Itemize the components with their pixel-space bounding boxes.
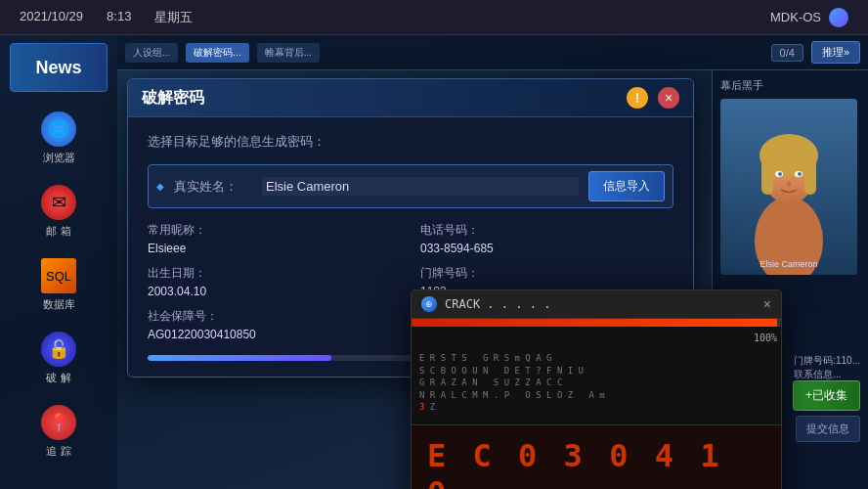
sidebar-label-database: 数据库 xyxy=(43,297,75,312)
top-bar: 2021/10/29 8:13 星期五 MDK-OS xyxy=(0,0,868,35)
crack-icon: 🔓 xyxy=(41,332,76,367)
crack-title-text: CRACK . . . . . xyxy=(445,297,756,311)
door-label: 门牌号码： xyxy=(420,265,673,282)
crack-text-line-2: G R A Z A N S U Z Z A C C xyxy=(419,377,773,389)
window-subtitle: 选择目标足够的信息生成密码： xyxy=(148,133,673,151)
svg-point-8 xyxy=(778,172,782,176)
sidebar-label-mail: 邮 箱 xyxy=(46,224,70,239)
date-section: 2021/10/29 8:13 星期五 xyxy=(20,9,193,26)
track-icon: 📍 xyxy=(41,405,76,440)
crack-text-line-3: N R A L C M M . P O S L O Z A m xyxy=(419,389,773,402)
field-phone: 电话号码： 033-8594-685 xyxy=(420,222,673,255)
svg-point-9 xyxy=(798,172,802,176)
crack-terminal-progress-bar xyxy=(412,319,781,327)
character-portrait: Elsie Cameron xyxy=(720,99,857,275)
weekday-display: 星期五 xyxy=(154,9,193,26)
crack-result-bar: E C 0 3 0 4 1 0 xyxy=(412,424,781,489)
ssn-label: 社会保障号： xyxy=(148,308,401,325)
partial-address: 门牌号码:110... 联系信息... xyxy=(794,354,860,381)
character-image: Elsie Cameron xyxy=(720,99,857,275)
taskbar-tab-0[interactable]: 人设组... xyxy=(125,43,178,63)
sidebar-item-mail[interactable]: ✉ 邮 箱 xyxy=(15,177,103,246)
collect-button[interactable]: +已收集 xyxy=(793,380,860,411)
sidebar-item-browser[interactable]: 🌐 浏览器 xyxy=(15,104,103,173)
sidebar-item-track[interactable]: 📍 追 踪 xyxy=(15,397,103,467)
birthday-value: 2003.04.10 xyxy=(148,285,401,298)
true-name-input[interactable] xyxy=(262,177,579,196)
svg-rect-5 xyxy=(804,156,816,195)
nickname-label: 常用昵称： xyxy=(148,222,401,239)
window-title-bar: 破解密码 ! × xyxy=(128,79,693,117)
address-text: 门牌号码:110... xyxy=(794,354,860,368)
sidebar-item-crack[interactable]: 🔓 破 解 xyxy=(15,324,103,393)
sidebar: News 🌐 浏览器 ✉ 邮 箱 SQL 数据库 🔓 破 解 📍 追 踪 xyxy=(0,35,117,489)
news-badge[interactable]: News xyxy=(10,43,108,92)
crack-terminal-window: ⊕ CRACK . . . . . × 100% E R S T S G R S… xyxy=(411,289,782,489)
crack-text-area: E R S T S G R S m Q A G S C B O O U N D … xyxy=(412,346,781,424)
taskbar-right: 0/4 推理» xyxy=(771,41,860,64)
browser-icon: 🌐 xyxy=(41,111,76,147)
globe-icon: ⊕ xyxy=(421,296,437,312)
crack-title-bar: ⊕ CRACK . . . . . × xyxy=(412,290,781,319)
os-section: MDK-OS xyxy=(770,8,848,27)
date-display: 2021/10/29 xyxy=(20,9,83,26)
time-display: 8:13 xyxy=(107,9,131,26)
panel-title: 幕后黑手 xyxy=(720,78,860,93)
crack-text-line-0: E R S T S G R S m Q A G xyxy=(419,352,773,365)
nickname-value: Elsieee xyxy=(148,242,401,255)
diamond-icon: ◆ xyxy=(156,181,164,192)
crack-text-line-1: S C B O O U N D E T ? F N I U xyxy=(419,365,773,378)
info-button[interactable]: 提交信息 xyxy=(796,416,860,442)
crack-text-line-4: 3 Z xyxy=(419,401,773,414)
counter-badge: 0/4 xyxy=(771,44,803,62)
sidebar-label-track: 追 踪 xyxy=(46,444,70,459)
window-close-button[interactable]: × xyxy=(658,87,679,109)
taskbar: 人设组... 破解密码... 帷幕背后... 0/4 推理» xyxy=(117,35,868,70)
crack-terminal-progress-fill xyxy=(412,319,777,327)
progress-percent-label: 100% xyxy=(754,333,777,343)
field-nickname: 常用昵称： Elsieee xyxy=(148,222,401,255)
crack-progress-fill xyxy=(148,355,331,361)
contact-text: 联系信息... xyxy=(794,368,860,381)
true-name-row: ◆ 真实姓名： 信息导入 xyxy=(148,164,673,208)
mail-icon: ✉ xyxy=(41,185,76,220)
ssn-value: AG01220030410850 xyxy=(148,328,401,341)
field-birthday: 出生日期： 2003.04.10 xyxy=(148,265,401,298)
taskbar-tab-2[interactable]: 帷幕背后... xyxy=(257,43,320,63)
svg-rect-4 xyxy=(761,156,773,195)
window-title: 破解密码 xyxy=(142,88,617,109)
true-name-label: 真实姓名： xyxy=(174,178,252,196)
birthday-label: 出生日期： xyxy=(148,265,401,282)
phone-value: 033-8594-685 xyxy=(420,242,673,255)
os-name: MDK-OS xyxy=(770,10,821,24)
taskbar-tab-1[interactable]: 破解密码... xyxy=(186,43,248,63)
import-button[interactable]: 信息导入 xyxy=(588,171,665,201)
news-label: News xyxy=(35,58,81,78)
svg-text:Elsie Cameron: Elsie Cameron xyxy=(760,259,817,269)
field-ssn: 社会保障号： AG01220030410850 xyxy=(148,308,401,341)
crack-close-button[interactable]: × xyxy=(763,296,771,312)
svg-point-10 xyxy=(787,181,791,187)
sidebar-item-database[interactable]: SQL 数据库 xyxy=(15,250,103,320)
os-icon xyxy=(829,8,848,27)
action-button[interactable]: 推理» xyxy=(811,41,860,64)
sidebar-label-crack: 破 解 xyxy=(46,371,70,385)
database-icon: SQL xyxy=(41,258,76,293)
phone-label: 电话号码： xyxy=(420,222,673,239)
warning-icon: ! xyxy=(627,87,648,109)
crack-result-chars: E C 0 3 0 4 1 0 xyxy=(427,437,765,489)
sidebar-label-browser: 浏览器 xyxy=(43,151,75,165)
